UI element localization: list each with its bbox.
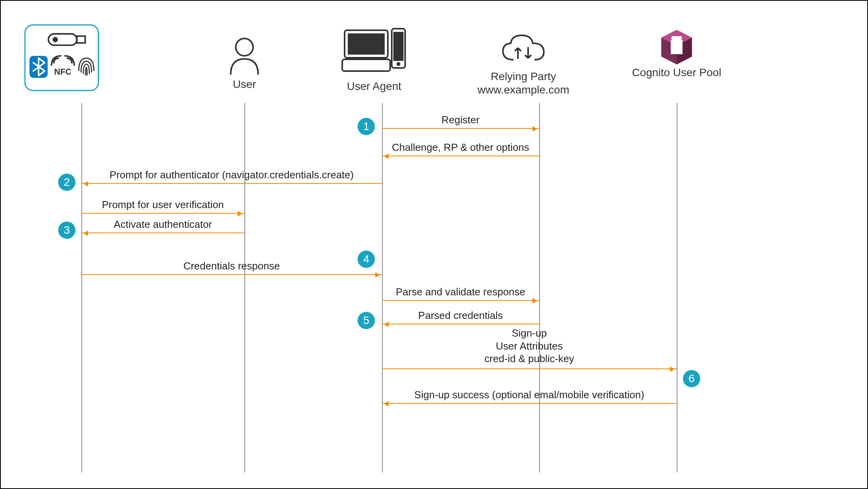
user-agent-icon [341,26,407,77]
msg-prompt-verify: Prompt for user verification [81,199,244,211]
svg-rect-15 [671,40,683,54]
arrow-cred-response [81,274,382,275]
msg-prompt-auth: Prompt for authenticator (navigator.cred… [81,169,382,181]
authenticator-icon-box: NFC [24,24,99,91]
msg-cred-response: Credentials response [81,260,382,272]
arrow-signup-attrs [382,368,677,369]
arrow-signup-success [382,403,677,404]
arrow-prompt-verify [81,213,244,214]
actor-relyingparty: Relying Party www.example.com [472,32,574,96]
arrow-parsed-creds [382,324,539,324]
svg-point-11 [397,63,400,65]
actor-useragent: User Agent [323,26,425,93]
lifeline-relyingparty [539,103,540,473]
cloud-icon [500,32,547,68]
sequence-diagram: NFC User [0,0,868,489]
msg-activate: Activate authenticator [81,218,244,231]
step-badge-2: 2 [58,174,75,191]
svg-point-2 [53,38,57,42]
msg-challenge: Challenge, RP & other options [382,141,539,154]
cognito-icon [659,28,694,64]
svg-rect-10 [394,33,403,60]
actor-cognito-label: Cognito User Pool [626,66,728,79]
arrow-register [382,128,539,129]
actor-useragent-label: User Agent [323,80,425,93]
msg-parsed-creds: Parsed credentials [382,310,539,322]
svg-rect-16 [672,36,682,42]
lifeline-authenticator [81,103,82,473]
lifeline-user [244,103,245,473]
step-badge-6: 6 [683,370,700,387]
msg-register: Register [382,114,539,126]
actor-cognito: Cognito User Pool [626,28,728,79]
user-icon [227,36,262,75]
svg-text:NFC: NFC [54,67,72,76]
actor-user: User [193,36,295,91]
svg-rect-7 [349,34,384,54]
msg-signup-attrs: Sign-up User Attributes cred-id & public… [382,327,677,365]
msg-signup-success: Sign-up success (optional emal/mobile ve… [382,389,677,401]
lifeline-cognito [677,103,677,473]
arrow-activate [81,233,244,233]
actor-relyingparty-label: Relying Party www.example.com [472,70,574,96]
step-badge-5: 5 [358,312,375,329]
msg-parse-validate: Parse and validate response [382,286,539,298]
step-badge-1: 1 [358,118,375,135]
actor-user-label: User [193,78,295,91]
step-badge-3: 3 [58,222,75,239]
svg-rect-8 [342,59,390,71]
arrow-parse-validate [382,300,539,301]
arrow-prompt-auth [81,183,382,184]
svg-rect-1 [77,36,85,43]
arrow-challenge [382,156,539,156]
svg-point-5 [236,38,253,56]
